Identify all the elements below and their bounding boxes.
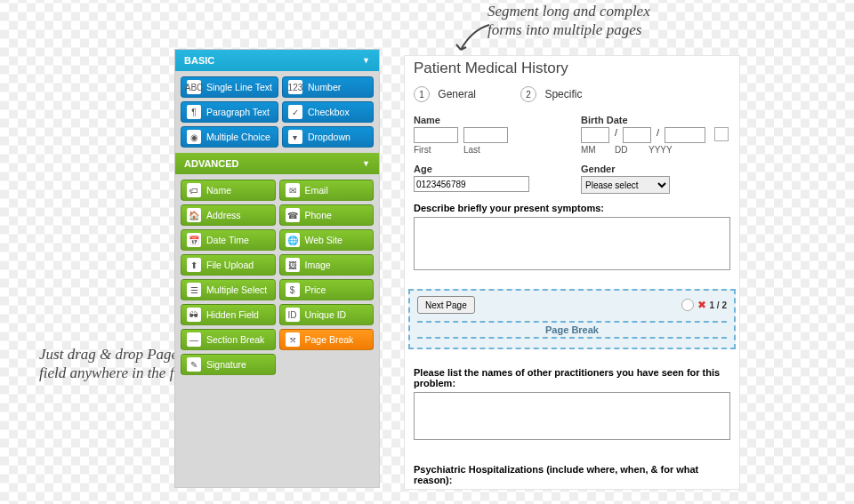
hidden-field-icon: 🕶	[187, 308, 201, 322]
price-icon: $	[286, 283, 300, 297]
field-file-upload[interactable]: ⬆File Upload	[181, 254, 276, 276]
field-date-time[interactable]: 📅Date Time	[181, 229, 276, 251]
form-preview: Patient Medical History 1 General 2 Spec…	[404, 55, 740, 490]
age-label: Age	[414, 164, 563, 174]
field-checkbox[interactable]: ✓Checkbox	[282, 101, 374, 123]
page-break-field[interactable]: Next Page ✖ 1 / 2 Page Break	[408, 289, 736, 349]
number-icon: 123	[288, 80, 302, 94]
field-signature[interactable]: ✎Signature	[181, 354, 276, 375]
practitioners-textarea[interactable]	[414, 392, 730, 440]
date-time-icon: 📅	[187, 233, 201, 247]
field-label: File Upload	[206, 260, 254, 270]
signature-icon: ✎	[187, 357, 201, 372]
field-multiple-choice[interactable]: ◉Multiple Choice	[181, 126, 278, 148]
age-field: Age	[414, 164, 563, 194]
psych-question: Psychiatric Hospitalizations (include wh…	[414, 464, 730, 485]
file-upload-icon: ⬆	[187, 258, 201, 272]
field-price[interactable]: $Price	[279, 279, 375, 300]
calendar-icon[interactable]	[714, 127, 729, 141]
field-label: Dropdown	[308, 132, 350, 142]
paragraph-text-icon: ¶	[187, 105, 201, 119]
birth-mm-input[interactable]	[581, 127, 609, 143]
birth-label: Birth Date	[581, 115, 730, 125]
field-label: Single Line Text	[206, 82, 272, 92]
form-title: Patient Medical History	[405, 56, 739, 86]
field-page-break[interactable]: ⤲Page Break	[279, 329, 375, 350]
symptoms-label: Describe briefly your present symptoms:	[414, 203, 730, 213]
last-sublabel: Last	[463, 145, 508, 155]
field-multiple-select[interactable]: ☰Multiple Select	[181, 279, 276, 300]
field-label: Address	[206, 210, 241, 220]
field-label: Price	[305, 284, 326, 295]
first-sublabel: First	[414, 145, 458, 155]
advanced-title: ADVANCED	[184, 158, 239, 169]
field-label: Unique ID	[305, 309, 347, 320]
form-steps: 1 General 2 Specific	[405, 86, 739, 109]
step-label: General	[438, 88, 476, 100]
first-name-input[interactable]	[414, 127, 458, 143]
next-page-button[interactable]: Next Page	[417, 296, 475, 314]
field-label: Checkbox	[308, 107, 350, 117]
field-label: Multiple Select	[206, 284, 267, 295]
name-label: Name	[414, 115, 563, 125]
age-input[interactable]	[414, 176, 529, 192]
field-hidden-field[interactable]: 🕶Hidden Field	[181, 304, 276, 325]
checkbox-icon: ✓	[288, 105, 302, 119]
field-palette: BASIC ▼ ABCSingle Line Text123Number¶Par…	[174, 49, 380, 488]
field-label: Paragraph Text	[206, 107, 270, 117]
birth-dd-input[interactable]	[623, 127, 651, 143]
page-counter: 1 / 2	[710, 300, 727, 310]
field-address[interactable]: 🏠Address	[181, 204, 276, 226]
dropdown-icon: ▾	[288, 130, 302, 144]
advanced-field-grid: 🏷Name✉Email🏠Address☎Phone📅Date Time🌐Web …	[175, 174, 379, 380]
field-email[interactable]: ✉Email	[279, 180, 375, 201]
duplicate-icon[interactable]	[681, 299, 694, 311]
page-break-icon: ⤲	[286, 332, 300, 347]
field-number[interactable]: 123Number	[282, 76, 374, 98]
field-name[interactable]: 🏷Name	[181, 180, 276, 201]
gender-select[interactable]: Please select	[581, 176, 670, 194]
arrow-top	[454, 20, 495, 55]
multiple-select-icon: ☰	[187, 283, 201, 297]
delete-icon[interactable]: ✖	[697, 299, 706, 311]
field-label: Phone	[305, 210, 332, 220]
field-label: Web Site	[305, 235, 342, 245]
field-image[interactable]: 🖼Image	[279, 254, 375, 276]
field-label: Multiple Choice	[206, 132, 270, 142]
basic-panel-header[interactable]: BASIC ▼	[175, 50, 379, 71]
gender-field: Gender Please select	[581, 164, 730, 194]
field-label: Date Time	[206, 235, 249, 245]
image-icon: 🖼	[286, 258, 300, 272]
web-site-icon: 🌐	[286, 233, 300, 247]
step-number: 1	[414, 86, 430, 102]
practitioners-question: Please list the names of other practitio…	[414, 367, 730, 388]
unique-id-icon: ID	[286, 308, 300, 322]
field-paragraph-text[interactable]: ¶Paragraph Text	[181, 101, 278, 123]
symptoms-textarea[interactable]	[414, 217, 730, 270]
name-icon: 🏷	[187, 183, 201, 197]
step-general[interactable]: 1 General	[414, 86, 476, 102]
basic-field-grid: ABCSingle Line Text123Number¶Paragraph T…	[175, 71, 379, 153]
field-label: Signature	[206, 359, 246, 370]
step-label: Specific	[544, 88, 582, 100]
field-unique-id[interactable]: IDUnique ID	[279, 304, 375, 325]
annotation-top: Segment long and complexforms into multi…	[487, 2, 650, 40]
phone-icon: ☎	[286, 208, 300, 222]
field-label: Email	[305, 185, 328, 196]
birth-yyyy-input[interactable]	[665, 127, 705, 143]
field-phone[interactable]: ☎Phone	[279, 204, 375, 226]
step-specific[interactable]: 2 Specific	[520, 86, 582, 102]
multiple-choice-icon: ◉	[187, 130, 201, 144]
field-label: Hidden Field	[206, 309, 259, 320]
field-web-site[interactable]: 🌐Web Site	[279, 229, 375, 251]
mm-sublabel: MM	[581, 145, 609, 155]
field-label: Image	[305, 260, 331, 270]
advanced-panel-header[interactable]: ADVANCED ▼	[175, 153, 379, 174]
gender-label: Gender	[581, 164, 730, 174]
last-name-input[interactable]	[463, 127, 508, 143]
field-section-break[interactable]: —Section Break	[181, 329, 276, 350]
page-break-label: Page Break	[417, 321, 727, 339]
field-label: Number	[308, 82, 341, 92]
field-dropdown[interactable]: ▾Dropdown	[282, 126, 374, 148]
field-single-line-text[interactable]: ABCSingle Line Text	[181, 76, 278, 98]
